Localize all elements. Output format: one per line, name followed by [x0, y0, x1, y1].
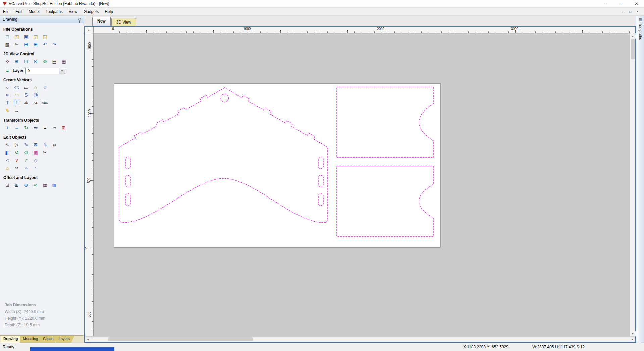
tab-3d-view[interactable]: 3D View: [111, 18, 136, 26]
tab-modeling[interactable]: Modeling: [20, 336, 43, 343]
move-objects-icon[interactable]: +: [4, 124, 11, 131]
menu-view[interactable]: View: [66, 8, 80, 15]
nesting-icon[interactable]: ▦: [42, 182, 48, 188]
rotate-objects-icon[interactable]: ↻: [23, 124, 30, 131]
guides-icon[interactable]: ▤: [51, 58, 58, 65]
node-edit-icon[interactable]: ▷: [13, 141, 20, 148]
horizontal-scroll-thumb[interactable]: [108, 337, 253, 341]
scroll-up-icon[interactable]: ▲: [630, 33, 636, 39]
copy-along-vectors-icon[interactable]: ∞: [32, 182, 39, 188]
toolpaths-tab-label[interactable]: Toolpaths: [638, 23, 643, 40]
draw-curve-icon[interactable]: S: [23, 92, 30, 98]
array-copy-icon[interactable]: ⊞: [13, 182, 20, 188]
window-maximize-button[interactable]: □: [613, 0, 629, 7]
draw-star-icon[interactable]: ☆: [42, 84, 48, 91]
offset-vectors-icon[interactable]: ⊡: [4, 182, 11, 188]
trim-vectors-icon[interactable]: ✎: [4, 107, 11, 114]
draw-text-icon[interactable]: T: [4, 99, 11, 106]
window-minimize-button[interactable]: –: [598, 0, 613, 7]
save-icon[interactable]: ▣: [23, 33, 30, 40]
join-close-vectors-icon[interactable]: ∨: [13, 157, 20, 164]
dimension-icon[interactable]: ↔: [13, 107, 20, 114]
tab-clipart[interactable]: Clipart: [40, 336, 58, 343]
menu-file[interactable]: File: [0, 8, 12, 15]
doc-minimize-button[interactable]: –: [619, 9, 627, 15]
doc-restore-button[interactable]: □: [627, 9, 634, 15]
redo-icon[interactable]: ↷: [51, 41, 58, 48]
join-open-vectors-icon[interactable]: <: [4, 157, 11, 164]
zoom-box-icon[interactable]: ⊡: [23, 58, 30, 65]
doc-close-button[interactable]: ×: [634, 9, 641, 15]
chevron-down-icon[interactable]: ▼: [59, 68, 65, 74]
mirror-objects-icon[interactable]: ⇋: [32, 124, 39, 131]
scroll-down-icon[interactable]: ▼: [630, 331, 636, 336]
align-objects-icon[interactable]: ≡: [42, 124, 48, 131]
validate-vectors-icon[interactable]: ✓: [23, 157, 30, 164]
edit-pencil-icon[interactable]: ✎: [23, 141, 30, 148]
scroll-right-icon[interactable]: ►: [630, 337, 635, 342]
tab-layers[interactable]: Layers: [56, 336, 74, 343]
scroll-left-icon[interactable]: ◄: [85, 337, 91, 342]
draw-arc-icon[interactable]: ◠: [13, 92, 20, 98]
scissors-icon[interactable]: ✂: [42, 149, 48, 156]
smooth-join-icon[interactable]: ↪: [13, 165, 20, 171]
selection-icon[interactable]: ▧: [4, 41, 11, 48]
center-objects-icon[interactable]: ⊞: [60, 124, 67, 131]
horizontal-scrollbar[interactable]: ◄ ►: [85, 336, 635, 342]
menu-toolpaths[interactable]: Toolpaths: [43, 8, 66, 15]
distort-objects-icon[interactable]: ▱: [51, 124, 58, 131]
scale-objects-icon[interactable]: ⇔: [13, 124, 20, 131]
tab-drawing[interactable]: Drawing: [1, 336, 22, 343]
menu-model[interactable]: Model: [25, 8, 43, 15]
layer-dropdown[interactable]: 0 ▼: [25, 68, 65, 74]
grid-settings-icon[interactable]: ▦: [60, 58, 67, 65]
vertical-scrollbar[interactable]: ▲ ▼: [630, 33, 635, 336]
undo-icon[interactable]: ↶: [42, 41, 48, 48]
select-objects-icon[interactable]: ↖: [4, 141, 11, 148]
menu-edit[interactable]: Edit: [12, 8, 25, 15]
text-on-curve-icon[interactable]: ab: [23, 99, 30, 106]
weld-vectors-icon[interactable]: ⌂: [4, 165, 11, 171]
window-close-button[interactable]: ✕: [629, 0, 644, 7]
menu-gadgets[interactable]: Gadgets: [80, 8, 102, 15]
fillet-tool-icon[interactable]: ⊙: [23, 149, 30, 156]
zoom-interactive-icon[interactable]: ⊕: [13, 58, 20, 65]
tab-new[interactable]: New: [92, 17, 111, 26]
vertical-scroll-thumb[interactable]: [631, 39, 635, 59]
group-objects-icon[interactable]: ◧: [4, 149, 11, 156]
draw-line-icon[interactable]: ≈: [4, 92, 11, 98]
layer-stack-icon[interactable]: ≡: [4, 67, 11, 74]
convert-text-icon[interactable]: ABC: [42, 99, 48, 106]
paste-icon[interactable]: ⊞: [32, 41, 39, 48]
open-file-icon[interactable]: ◳: [13, 33, 20, 40]
erase-icon[interactable]: ▨: [32, 149, 39, 156]
zoom-drawing-icon[interactable]: ⊠: [32, 58, 39, 65]
draw-spiral-icon[interactable]: @: [32, 92, 39, 98]
convert-curves-icon[interactable]: ◇: [32, 157, 39, 164]
text-spacing-icon[interactable]: AB: [32, 99, 39, 106]
toolpaths-panel-tab[interactable]: ▦ Toolpaths: [636, 16, 644, 343]
draw-ellipse-icon[interactable]: ◯: [13, 85, 20, 89]
pan-view-icon[interactable]: ⊹: [4, 58, 11, 65]
export-vectors-icon[interactable]: ◲: [42, 33, 48, 40]
pin-icon[interactable]: [78, 18, 81, 21]
draw-rectangle-icon[interactable]: ▭: [23, 84, 30, 91]
ungroup-objects-icon[interactable]: ↺: [13, 149, 20, 156]
circular-copy-icon[interactable]: ⊕: [23, 182, 30, 188]
text-box-icon[interactable]: T: [14, 100, 19, 105]
import-vectors-icon[interactable]: ◱: [32, 33, 39, 40]
trim-to-icon[interactable]: ›: [32, 165, 39, 171]
menu-help[interactable]: Help: [102, 8, 116, 15]
material-sheet[interactable]: [114, 84, 440, 247]
measure-icon[interactable]: ⌀: [51, 141, 58, 148]
draw-polygon-icon[interactable]: ⌂: [32, 84, 39, 91]
zoom-selected-icon[interactable]: ⊗: [42, 58, 48, 65]
stretch-objects-icon[interactable]: ⇘: [42, 141, 48, 148]
draw-circle-icon[interactable]: ○: [4, 84, 11, 91]
vector-texture-icon[interactable]: ▩: [51, 182, 58, 188]
extend-vectors-icon[interactable]: »: [23, 165, 30, 171]
snap-grid-icon[interactable]: ⊠: [32, 141, 39, 148]
drawing-canvas[interactable]: [94, 33, 630, 336]
new-file-icon[interactable]: □: [4, 33, 11, 40]
cut-icon[interactable]: ✂: [13, 41, 20, 48]
